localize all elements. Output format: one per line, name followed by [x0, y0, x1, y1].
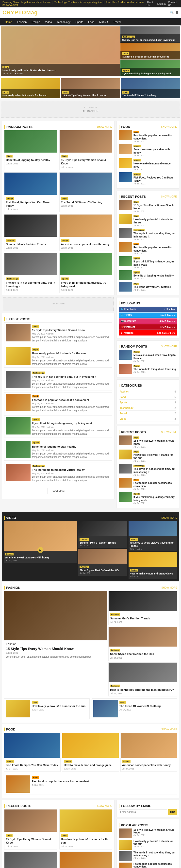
about-link[interactable]: About Us	[147, 1, 155, 6]
load-more-btn[interactable]: Load More	[47, 488, 69, 494]
facebook-btn[interactable]: 🐦 Facebook 2.3k Likes	[119, 307, 177, 312]
menu-icon[interactable]: ☰	[176, 11, 179, 14]
random-post-1[interactable]: Style Benefits of jogging to stay health…	[4, 130, 58, 170]
instagram-btn[interactable]: 📷 Instagram 4.5k Followers	[119, 318, 177, 324]
nav-sports[interactable]: Sports	[73, 19, 86, 25]
nav-video[interactable]: Video	[43, 19, 55, 25]
random-post-3[interactable]: Recipe Fish Food, Recipes You Can Make T…	[4, 172, 58, 213]
latest-post-1[interactable]: Style 15 Style Tips Every Woman Should K…	[4, 322, 112, 344]
featured-3[interactable]: Style The Trend Of Women'S Clothing	[121, 78, 180, 98]
sitemap-link[interactable]: Sitemap	[157, 2, 166, 5]
nav-food[interactable]: Food	[86, 19, 97, 25]
cat-row-travel[interactable]: Travel2	[119, 411, 176, 416]
contact-link[interactable]: Contact Us	[168, 1, 179, 6]
cat-row-tech[interactable]: Technology2	[119, 406, 176, 410]
rec2-s-1[interactable]: Style 15 Style Tips Every Woman Should K…	[119, 435, 177, 448]
hero-side-2[interactable]: Food Fast food is popular because it's c…	[120, 43, 180, 60]
pop-2[interactable]: How lovely yellow is! It stands for the …	[119, 840, 177, 850]
food-b-1[interactable]: Food Fast food is popular because it's c…	[4, 774, 177, 795]
random-posts-show-more[interactable]: SHOW MORE	[97, 125, 112, 128]
nav-travel[interactable]: Travel	[111, 19, 123, 25]
fashion-s-3[interactable]: Fashion How is technology entering the f…	[108, 662, 177, 696]
recent-s-4[interactable]: Food Fast food is popular because it's c…	[119, 242, 177, 255]
recent-main-more[interactable]: SLOW MORE	[97, 805, 112, 807]
recent-s-3[interactable]: Technology The key is in not spending ti…	[119, 228, 177, 241]
recent-s-7[interactable]: Style The Trend Of Women'S Clothing Jul …	[119, 282, 177, 291]
random-post-7[interactable]: Technology The key is in not spending ti…	[4, 253, 58, 293]
food-card-1[interactable]: Recipe Fish Food, Recipes You Can Make T…	[4, 733, 61, 772]
latest-post-6[interactable]: Sports Benefits of jogging to stay healt…	[4, 439, 112, 461]
rec2-s-4[interactable]: Food Fast food is popular because it's c…	[119, 478, 177, 490]
video-card-1[interactable]: ▶ Recipe American sweet pancakes with ho…	[4, 521, 77, 579]
rec2-s-2[interactable]: Style How lovely yellow is! It stands fo…	[119, 450, 177, 462]
nav-fashion[interactable]: Fashion	[14, 19, 29, 25]
pop-3[interactable]: The key is in not spending time, but in …	[119, 851, 177, 861]
video-section-more[interactable]: SHOW MORE	[161, 517, 177, 519]
pop-1[interactable]: 15 Style Tips Every Woman Should Know Ju…	[119, 829, 177, 838]
fashion-main-post[interactable]: Fashion 15 Style Tips Every Woman Should…	[4, 591, 107, 696]
featured-2[interactable]: Style 15 Style Tips Every Woman Should K…	[61, 78, 120, 98]
fashion-s-1[interactable]: Fashion Summer Men's Fashion Trends Jul …	[108, 591, 177, 625]
recent-s-2[interactable]: Style How lovely yellow is! It stands fo…	[119, 214, 177, 227]
latest-post-3[interactable]: Technology The key is in not spending ti…	[4, 369, 112, 391]
recent-m-1[interactable]: Style 15 Style Tips Every Woman Should K…	[4, 809, 58, 849]
food-sidebar-post-2[interactable]: Recipe American sweet pancakes with hone…	[119, 144, 177, 157]
fashion-b-1[interactable]: Style How lovely yellow is! It stands fo…	[4, 699, 89, 719]
featured-1[interactable]: Style How lovely yellow is! It stands fo…	[1, 78, 60, 98]
latest-post-7[interactable]: Technology The incredible thing about Vi…	[4, 462, 112, 484]
rec2-s-5[interactable]: Sports If you think liffing is dangerous…	[119, 492, 177, 504]
food-sidebar-post-3[interactable]: Recipe How to make lemon and orange juic…	[119, 158, 177, 171]
random-sidebar-more[interactable]: SHOW MORE	[161, 345, 177, 348]
hero-main[interactable]: Style How lovely yellow is! It stands fo…	[1, 26, 120, 76]
email-input[interactable]	[119, 809, 167, 815]
fashion-s-2[interactable]: Fashion Show Styles That Defined the '80…	[108, 626, 177, 661]
cat-row-sports[interactable]: Sports3	[119, 400, 176, 405]
pop-4[interactable]: Fast food is popular because it's conven…	[119, 863, 177, 868]
food-card-3[interactable]: Recipe American sweet pancakes with hone…	[120, 733, 177, 772]
nav-recipe[interactable]: Recipe	[29, 19, 42, 25]
video-card-4[interactable]: Recipe Mistakes to avoid always travelli…	[129, 521, 177, 579]
fashion-section-more[interactable]: SHOW MORE	[161, 586, 177, 589]
random-post-4[interactable]: Style The Trend Of Women'S Clothing Jul …	[59, 172, 113, 213]
nav-technology[interactable]: Technology	[55, 19, 73, 25]
hero-side-3[interactable]: Sports If you think liffing is dangerous…	[120, 60, 180, 76]
recent-m-3[interactable]: Technology The key is in not spending ti…	[4, 851, 58, 868]
cat-row-fashion[interactable]: Fashion6	[119, 389, 176, 394]
logo[interactable]: CRYPTOMag	[2, 9, 38, 16]
latest-post-2[interactable]: Style How lovely yellow is! It stands fo…	[4, 346, 112, 367]
food-sidebar-more[interactable]: SHOW MORE	[161, 125, 177, 128]
rec2-s-3[interactable]: Technology The key is in not spending ti…	[119, 464, 177, 476]
rand-s-1[interactable]: Travel Mistakes to avoid when travelling…	[119, 350, 177, 363]
email-go-btn[interactable]: GO!	[168, 809, 177, 815]
recent-m-2[interactable]: Style How lovely yellow is! It stands fo…	[59, 809, 113, 849]
pinterest-btn[interactable]: 📌 Pinterest 1.2k Followers	[119, 324, 177, 330]
food-card-2[interactable]: Recipe How to make lemon and orange juic…	[62, 733, 119, 772]
random-post-8[interactable]: Sports If you think liffing is dangerous…	[59, 253, 113, 293]
youtube-btn[interactable]: ▶ YouTube 3.1k Subscribers	[119, 330, 177, 336]
video-card-2[interactable]: Fashion Summer Men's Fashion Trends Jul …	[78, 521, 127, 579]
rand-s-2[interactable]: Travel The incredible thing about travel…	[119, 364, 177, 374]
search-icon[interactable]: 🔍	[170, 11, 174, 14]
video-1-play[interactable]: ▶	[37, 547, 43, 553]
recent-sidebar-more[interactable]: SHOW MORE	[161, 195, 177, 198]
food-sidebar-post-1[interactable]: Food Fast food is popular because it's c…	[119, 130, 177, 143]
latest-post-5[interactable]: Sports If you think liffing is dangerous…	[4, 415, 112, 437]
recent-sidebar2-more[interactable]: SHOW MORE	[161, 431, 177, 434]
random-post-2[interactable]: Style 15 Style Tips Every Woman Should K…	[59, 130, 113, 170]
cat-row-video[interactable]: Video2	[119, 416, 176, 422]
fashion-b-2[interactable]: Style The Trend Of Women'S Clothing Jul …	[92, 699, 177, 719]
recent-s-1[interactable]: Style 15 Style Tips Every Woman Should K…	[119, 200, 177, 213]
nav-menu[interactable]: Menu ▾	[97, 18, 111, 25]
random-post-5[interactable]: Fashion Summer Men's Fashion Trends Jul …	[4, 214, 58, 251]
latest-post-4[interactable]: Food Fast food is popular because it's c…	[4, 392, 112, 414]
food-section-more[interactable]: SHOW MORE	[161, 728, 177, 731]
recent-s-6[interactable]: Sports Benefits of jogging to stay healt…	[119, 270, 177, 280]
food-sidebar-post-4[interactable]: Recipe Fish Food, Recipes You Can Make T…	[119, 172, 177, 185]
recent-m-4[interactable]: Food Fast food is popular because it's c…	[59, 851, 113, 868]
twitter-btn[interactable]: 🐦 Twitter 1.8k Followers	[119, 313, 177, 318]
recent-s-5[interactable]: Sports If you think liffing is dangerous…	[119, 256, 177, 269]
nav-home[interactable]: Home	[2, 19, 14, 25]
cat-row-food[interactable]: Food5	[119, 395, 176, 400]
hero-side-1[interactable]: Technology The key is in not spending ti…	[120, 26, 180, 43]
random-post-6[interactable]: Recipe American sweet pancakes with hone…	[59, 214, 113, 251]
